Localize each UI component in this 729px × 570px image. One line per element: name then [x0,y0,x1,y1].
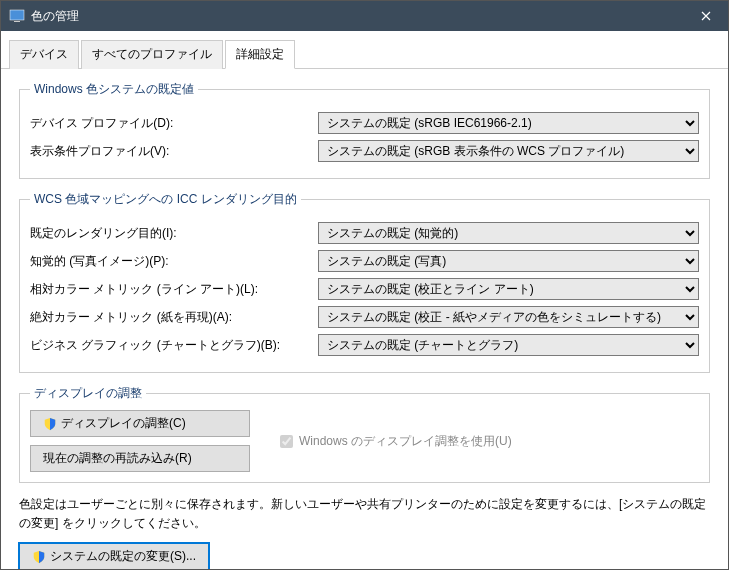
use-windows-calibration-checkbox [280,435,293,448]
business-graphics-select[interactable]: システムの既定 (チャートとグラフ) [318,334,699,356]
close-icon [701,11,711,21]
group-legend: ディスプレイの調整 [30,385,146,402]
close-button[interactable] [683,1,728,31]
note-text: 色設定はユーザーごとに別々に保存されます。新しいユーザーや共有プリンターのために… [19,495,710,533]
tab-body: Windows 色システムの既定値 デバイス プロファイル(D): システムの既… [1,69,728,570]
absolute-colorimetric-select[interactable]: システムの既定 (校正 - 紙やメディアの色をシミュレートする) [318,306,699,328]
device-profile-label: デバイス プロファイル(D): [30,115,310,132]
viewing-profile-label: 表示条件プロファイル(V): [30,143,310,160]
reload-calibration-button[interactable]: 現在の調整の再読み込み(R) [30,445,250,472]
shield-icon [32,550,46,564]
group-display-calibration: ディスプレイの調整 ディスプレイの調整(C) 現在の調整の再読み込み(R) Wi… [19,385,710,483]
tab-bar: デバイス すべてのプロファイル 詳細設定 [1,31,728,69]
window-title: 色の管理 [31,8,683,25]
tab-advanced[interactable]: 詳細設定 [225,40,295,69]
calibrate-display-button[interactable]: ディスプレイの調整(C) [30,410,250,437]
button-label: ディスプレイの調整(C) [61,415,186,432]
group-legend: WCS 色域マッピングへの ICC レンダリング目的 [30,191,301,208]
device-profile-select[interactable]: システムの既定 (sRGB IEC61966-2.1) [318,112,699,134]
app-icon [9,8,25,24]
business-graphics-label: ビジネス グラフィック (チャートとグラフ)(B): [30,337,310,354]
perceptual-select[interactable]: システムの既定 (写真) [318,250,699,272]
titlebar: 色の管理 [1,1,728,31]
svg-rect-0 [10,10,24,20]
perceptual-label: 知覚的 (写真イメージ)(P): [30,253,310,270]
group-legend: Windows 色システムの既定値 [30,81,198,98]
change-system-defaults-button[interactable]: システムの既定の変更(S)... [19,543,209,570]
default-intent-label: 既定のレンダリング目的(I): [30,225,310,242]
checkbox-label: Windows のディスプレイ調整を使用(U) [299,433,512,450]
group-windows-color-defaults: Windows 色システムの既定値 デバイス プロファイル(D): システムの既… [19,81,710,179]
use-windows-calibration-row: Windows のディスプレイ調整を使用(U) [280,410,512,472]
button-label: 現在の調整の再読み込み(R) [43,450,192,467]
tab-devices[interactable]: デバイス [9,40,79,69]
group-wcs-mapping: WCS 色域マッピングへの ICC レンダリング目的 既定のレンダリング目的(I… [19,191,710,373]
button-label: システムの既定の変更(S)... [50,548,196,565]
viewing-profile-select[interactable]: システムの既定 (sRGB 表示条件の WCS プロファイル) [318,140,699,162]
relative-colorimetric-label: 相対カラー メトリック (ライン アート)(L): [30,281,310,298]
content-area: デバイス すべてのプロファイル 詳細設定 Windows 色システムの既定値 デ… [1,31,728,570]
shield-icon [43,417,57,431]
relative-colorimetric-select[interactable]: システムの既定 (校正とライン アート) [318,278,699,300]
absolute-colorimetric-label: 絶対カラー メトリック (紙を再現)(A): [30,309,310,326]
default-intent-select[interactable]: システムの既定 (知覚的) [318,222,699,244]
tab-all-profiles[interactable]: すべてのプロファイル [81,40,223,69]
svg-rect-1 [14,21,20,22]
